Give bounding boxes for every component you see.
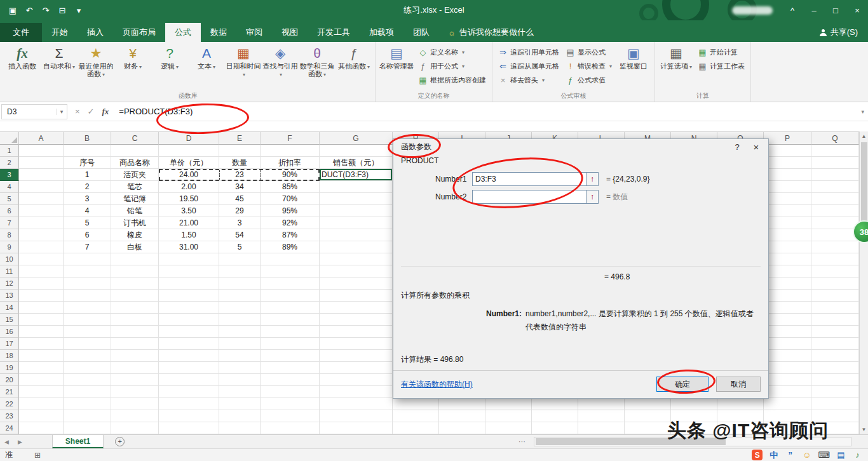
close-button[interactable]: ×: [846, 0, 868, 20]
cell-Q16[interactable]: [811, 326, 859, 338]
cell-G2[interactable]: 销售额（元）: [320, 157, 393, 169]
cell-F3[interactable]: 90%: [261, 169, 320, 181]
cell-E16[interactable]: [219, 326, 261, 338]
cell-C2[interactable]: 商品名称: [111, 157, 159, 169]
cell-P8[interactable]: [764, 229, 811, 241]
cell-A4[interactable]: [19, 181, 64, 193]
cell-P21[interactable]: [764, 386, 811, 398]
new-sheet-button[interactable]: +: [115, 437, 125, 446]
cell-B16[interactable]: [64, 326, 111, 338]
cell-D14[interactable]: [159, 302, 219, 314]
cell-J24[interactable]: [485, 422, 532, 434]
ribbon-button-插入函数[interactable]: fx插入函数: [4, 43, 40, 90]
cell-G17[interactable]: [320, 338, 393, 350]
emoji-icon[interactable]: ☺: [801, 450, 812, 460]
cell-C18[interactable]: [111, 350, 159, 362]
cell-L23[interactable]: [578, 410, 625, 422]
cell-D11[interactable]: [159, 265, 219, 277]
cell-Q17[interactable]: [811, 338, 859, 350]
cell-C16[interactable]: [111, 326, 159, 338]
cell-A12[interactable]: [19, 277, 64, 290]
cell-A24[interactable]: [19, 422, 64, 434]
cell-G15[interactable]: [320, 314, 393, 326]
cell-C12[interactable]: [111, 277, 159, 290]
cell-F12[interactable]: [261, 277, 320, 290]
cell-Q10[interactable]: [811, 253, 859, 265]
tab-公式[interactable]: 公式: [165, 23, 201, 42]
toolbox-icon[interactable]: ▤: [836, 450, 846, 460]
row-header-3[interactable]: 3: [0, 169, 19, 181]
cell-J23[interactable]: [485, 410, 532, 422]
cell-C17[interactable]: [111, 338, 159, 350]
cell-E6[interactable]: 29: [219, 205, 261, 217]
cell-E12[interactable]: [219, 277, 261, 290]
cell-C8[interactable]: 橡皮: [111, 229, 159, 241]
cell-H23[interactable]: [393, 410, 439, 422]
cell-D16[interactable]: [159, 326, 219, 338]
cell-H24[interactable]: [393, 422, 439, 434]
cell-B19[interactable]: [64, 362, 111, 374]
cell-D17[interactable]: [159, 338, 219, 350]
cell-F8[interactable]: 87%: [261, 229, 320, 241]
row-header-4[interactable]: 4: [0, 181, 19, 193]
row-header-15[interactable]: 15: [0, 314, 19, 326]
cell-A23[interactable]: [19, 410, 64, 422]
redo-button[interactable]: ↷: [38, 3, 53, 18]
cell-F7[interactable]: 92%: [261, 217, 320, 229]
cell-Q8[interactable]: [811, 229, 859, 241]
dialog-close-button[interactable]: ×: [747, 142, 766, 152]
col-header-E[interactable]: E: [219, 132, 261, 145]
cell-G13[interactable]: [320, 290, 393, 302]
cell-D23[interactable]: [159, 410, 219, 422]
cell-E23[interactable]: [219, 410, 261, 422]
ribbon-button-追踪引用单元格[interactable]: ⇒追踪引用单元格: [496, 46, 562, 59]
cell-G11[interactable]: [320, 265, 393, 277]
dialog-input-number1[interactable]: D3:F3: [472, 172, 587, 186]
cell-L24[interactable]: [578, 422, 625, 434]
cell-Q4[interactable]: [811, 181, 859, 193]
cell-E18[interactable]: [219, 350, 261, 362]
cell-Q6[interactable]: [811, 205, 859, 217]
cell-C21[interactable]: [111, 386, 159, 398]
cell-B7[interactable]: 5: [64, 217, 111, 229]
mic-icon[interactable]: ♪: [852, 450, 863, 460]
cell-G19[interactable]: [320, 362, 393, 374]
ribbon-button-财务[interactable]: ¥财务▾: [115, 43, 151, 90]
tab-团队[interactable]: 团队: [403, 23, 439, 42]
punctuation-icon[interactable]: ”: [785, 450, 796, 460]
cell-P12[interactable]: [764, 277, 811, 290]
cell-E14[interactable]: [219, 302, 261, 314]
ribbon-button-监视窗口[interactable]: ▣监视窗口: [616, 43, 651, 90]
cell-D6[interactable]: 3.50: [159, 205, 219, 217]
row-header-1[interactable]: 1: [0, 145, 19, 157]
undo-button[interactable]: ↶: [22, 3, 37, 18]
ribbon-button-查找与引用[interactable]: ◈查找与引用▾: [262, 43, 298, 90]
cell-P7[interactable]: [764, 217, 811, 229]
row-header-10[interactable]: 10: [0, 253, 19, 265]
cell-C4[interactable]: 笔芯: [111, 181, 159, 193]
dialog-help-button[interactable]: ?: [728, 142, 747, 152]
cell-B2[interactable]: 序号: [64, 157, 111, 169]
chinese-mode-icon[interactable]: 中: [768, 450, 779, 460]
cell-E3[interactable]: 23: [219, 169, 261, 181]
cell-O22[interactable]: [717, 398, 764, 410]
cell-B10[interactable]: [64, 253, 111, 265]
tab-splitter[interactable]: ⋯: [519, 438, 526, 446]
cell-B6[interactable]: 4: [64, 205, 111, 217]
cell-I24[interactable]: [439, 422, 485, 434]
cell-F4[interactable]: 85%: [261, 181, 320, 193]
cell-P19[interactable]: [764, 362, 811, 374]
cell-P3[interactable]: [764, 169, 811, 181]
cell-G24[interactable]: [320, 422, 393, 434]
row-header-13[interactable]: 13: [0, 290, 19, 302]
cell-Q22[interactable]: [811, 398, 859, 410]
cell-A14[interactable]: [19, 302, 64, 314]
cell-D22[interactable]: [159, 398, 219, 410]
cell-D21[interactable]: [159, 386, 219, 398]
cell-B4[interactable]: 2: [64, 181, 111, 193]
cell-F19[interactable]: [261, 362, 320, 374]
row-header-18[interactable]: 18: [0, 350, 19, 362]
cell-G18[interactable]: [320, 350, 393, 362]
cell-D9[interactable]: 31.00: [159, 241, 219, 253]
cell-Q12[interactable]: [811, 277, 859, 290]
